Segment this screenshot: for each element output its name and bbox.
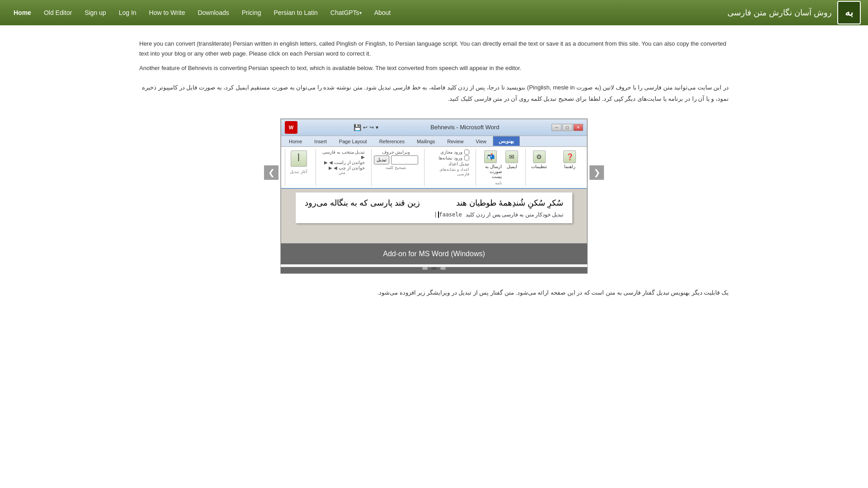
edit-label: ویرایش حروف <box>382 150 410 155</box>
settings-icon: ⚙ <box>533 150 546 163</box>
rtl-paragraph: در این سایت می‌توانید متن فارسی را با حر… <box>139 82 729 104</box>
send-group-label: نامه <box>495 181 502 185</box>
doc-line-1: سُکرِ سُکنِ شُندِهمهٔ طوطیان هند زین قند… <box>305 198 564 208</box>
settings-label: تنظیمات <box>531 164 547 169</box>
typing-word: faasele| <box>434 211 462 218</box>
nav-downloads[interactable]: Downloads <box>191 0 235 25</box>
ribbon-tab-page-layout[interactable]: Page Layout <box>333 136 373 146</box>
logo: به <box>837 1 861 24</box>
help-label: راهنما <box>564 164 576 169</box>
brand-text: روش آسان نگارش متن فارسی <box>727 8 832 18</box>
doc-text-left: زین قند پارسی که به بنگاله می‌رود <box>305 198 420 208</box>
nav-signup[interactable]: Sign up <box>78 0 112 25</box>
read-label-1: تبدیل منتخب به فارسی ▶ <box>319 150 365 160</box>
intro-paragraph-2: Another feature of Behnevis is convertin… <box>139 63 729 73</box>
dot-2[interactable] <box>431 267 437 270</box>
main-content: Here you can convert (transliterate) Per… <box>118 25 750 311</box>
marks-label: ورود نشانه‌ها <box>439 155 462 160</box>
nav-login[interactable]: Log In <box>113 0 143 25</box>
nav-pricing[interactable]: Pricing <box>236 0 268 25</box>
slider-outer: ❮ ❯ W 💾 ↩ ↪ ▾ Behnevis - Microsoft Word <box>280 118 588 274</box>
restore-button[interactable]: ◻ <box>562 124 572 131</box>
convert-label: تبدیل اعداد <box>427 161 469 166</box>
read-group-label: متن <box>339 170 345 175</box>
convert-all-label: آغاز تبدیل <box>290 169 307 174</box>
ribbon-group-convert-all: أ آغاز تبدیل <box>285 149 312 186</box>
typing-cursor: | <box>434 211 439 218</box>
edit-group-label: تصحیح کلمه <box>386 165 406 170</box>
email-icon: ✉ <box>505 150 518 163</box>
ribbon-group-help: ❓ راهنما <box>556 149 583 186</box>
main-nav: Home Old Editor Sign up Log In How to Wr… <box>0 0 868 25</box>
read-label-2: خواندن از راست ◀ ▶ <box>319 160 365 165</box>
intro-paragraph-1: Here you can convert (transliterate) Per… <box>139 39 729 59</box>
email-label: ایمیل <box>507 164 517 169</box>
word-document: سُکرِ سُکنِ شُندِهمهٔ طوطیان هند زین قند… <box>281 189 587 243</box>
ribbon-group-read: تبدیل منتخب به فارسی ▶ خواندن از راست ◀ … <box>316 149 368 186</box>
slider-section: ❮ ❯ W 💾 ↩ ↪ ▾ Behnevis - Microsoft Word <box>139 118 729 274</box>
slider-caption: Add-on for MS Word (Windows) <box>281 244 587 264</box>
word-app-icon: W <box>285 121 297 134</box>
checkbox-marks[interactable] <box>464 155 469 160</box>
word-mockup: W 💾 ↩ ↪ ▾ Behnevis - Microsoft Word ─ ◻ … <box>281 119 587 244</box>
nav-old-editor[interactable]: Old Editor <box>38 0 78 25</box>
word-ribbon-tabs: Home Insert Page Layout References Maili… <box>281 136 587 146</box>
margins-label: ورود مجازی <box>440 150 462 155</box>
word-ribbon: Home Insert Page Layout References Maili… <box>281 136 587 189</box>
nav-about[interactable]: About <box>368 0 397 25</box>
ribbon-btn-convert-all[interactable]: أ <box>290 150 308 169</box>
nav-home[interactable]: Home <box>7 0 38 25</box>
post-icon: 📬 <box>484 150 497 163</box>
ribbon-tab-home[interactable]: Home <box>283 136 308 146</box>
ribbon-btn-email[interactable]: ✉ ایمیل <box>505 150 519 180</box>
ribbon-btn-help[interactable]: ❓ راهنما <box>562 150 577 170</box>
read-label-3: خواندن از چپ ◀ ▶ <box>319 165 365 170</box>
ribbon-group-settings: ⚙ تنظیمات <box>525 149 552 186</box>
ribbon-tab-view[interactable]: View <box>470 136 492 146</box>
convert-group-label: اعداد و نشانه‌های فارسی <box>427 167 469 176</box>
dot-3[interactable] <box>440 267 446 270</box>
checkbox-margins[interactable] <box>464 150 469 155</box>
word-toolbar-icon-redo[interactable]: ↪ <box>369 124 374 131</box>
slider-prev-button[interactable]: ❮ <box>264 165 278 180</box>
nav-brand: روش آسان نگارش متن فارسی به <box>727 1 861 24</box>
dot-1[interactable] <box>422 267 428 270</box>
post-label: ارسال بهصورت پست <box>480 164 502 179</box>
ribbon-tab-mailings[interactable]: Mailings <box>411 136 441 146</box>
help-icon: ❓ <box>563 150 576 163</box>
ribbon-tab-insert[interactable]: Insert <box>308 136 333 146</box>
ribbon-btn-settings[interactable]: ⚙ تنظیمات <box>530 150 548 170</box>
ribbon-btn-post[interactable]: 📬 ارسال بهصورت پست <box>479 150 503 180</box>
doc-page: سُکرِ سُکنِ شُندِهمهٔ طوطیان هند زین قند… <box>296 192 573 223</box>
ribbon-tab-review[interactable]: Review <box>441 136 469 146</box>
word-window-title: Behnevis - Microsoft Word <box>430 124 499 131</box>
slider-image: W 💾 ↩ ↪ ▾ Behnevis - Microsoft Word ─ ◻ … <box>280 118 588 274</box>
chatgpts-toggle[interactable]: ChatGPTs <box>324 0 368 25</box>
word-toolbar-icon-more[interactable]: ▾ <box>376 124 378 131</box>
nav-links: Home Old Editor Sign up Log In How to Wr… <box>7 0 397 25</box>
ribbon-group-send: ✉ ایمیل 📬 ارسال بهصورت پست نامه <box>476 149 522 186</box>
close-button[interactable]: ✕ <box>573 124 583 131</box>
nav-persian-to-latin[interactable]: Persian to Latin <box>268 0 324 25</box>
word-ribbon-content: ❓ راهنما ⚙ تنظیمات <box>281 146 587 188</box>
edit-button[interactable]: تبدیل <box>374 155 389 164</box>
ribbon-tab-behnevis[interactable]: بهنویس <box>493 136 520 146</box>
typing-label: تبدیل خودکار متن به فارسی پس از زدن کلید <box>466 211 564 218</box>
ribbon-group-convert: ورود مجازی ورود نشانه‌ها تبدیل اعداد اعد… <box>424 149 472 186</box>
minimize-button[interactable]: ─ <box>552 124 561 131</box>
convert-all-icon: أ <box>291 150 307 167</box>
word-toolbar-icon-save[interactable]: 💾 <box>354 124 361 131</box>
footer-rtl-paragraph: یک قابلیت دیگر بهنویس تبدیل گفتار فارسی … <box>139 287 729 298</box>
window-controls: ─ ◻ ✕ <box>552 124 583 131</box>
slider-next-button[interactable]: ❯ <box>590 165 604 180</box>
slider-dots <box>281 267 587 270</box>
word-title-bar: W 💾 ↩ ↪ ▾ Behnevis - Microsoft Word ─ ◻ … <box>281 119 587 136</box>
nav-chatgpts-dropdown[interactable]: ChatGPTs ChatGPT 1 ChatGPT 2 ChatGPT 3 <box>324 0 368 25</box>
typing-line: تبدیل خودکار متن به فارسی پس از زدن کلید… <box>305 211 564 218</box>
word-toolbar-icon-undo[interactable]: ↩ <box>363 124 368 131</box>
ribbon-tab-references[interactable]: References <box>373 136 410 146</box>
nav-how-to-write[interactable]: How to Write <box>143 0 192 25</box>
doc-text-right: سُکرِ سُکنِ شُندِهمهٔ طوطیان هند <box>456 198 563 208</box>
ribbon-group-edit: ویرایش حروف تبدیل تصحیح کلمه <box>371 149 420 186</box>
edit-input[interactable] <box>391 155 418 164</box>
